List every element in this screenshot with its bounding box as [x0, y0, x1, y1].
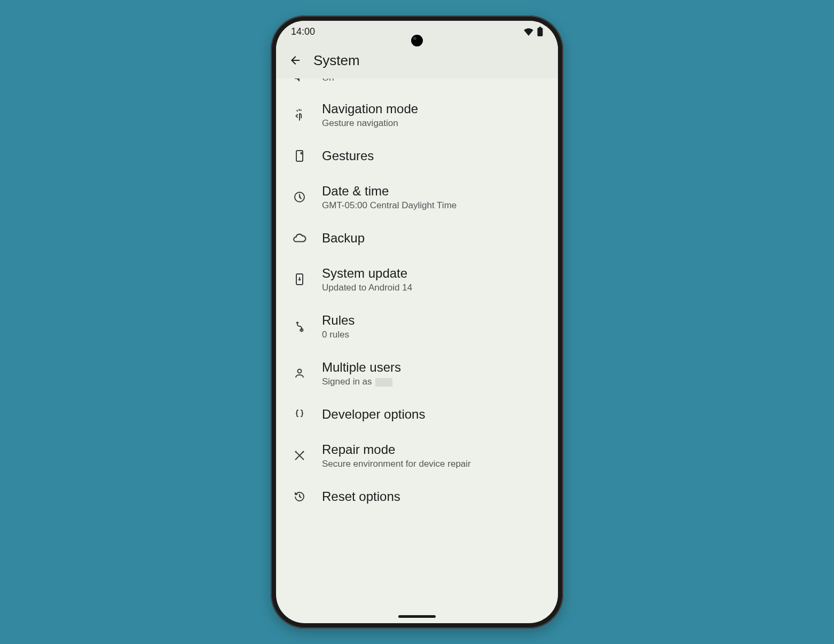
row-sub: GMT-05:00 Central Daylight Time [322, 200, 457, 211]
row-developer-options[interactable]: Developer options [276, 397, 558, 432]
history-icon [289, 490, 310, 503]
row-sub: Signed in as [322, 376, 401, 387]
row-backup[interactable]: Backup [276, 221, 558, 256]
app-bar: System [276, 42, 558, 78]
settings-list-container[interactable]: On Navigation mode Gesture navigation [276, 78, 558, 623]
phone-gesture-icon [289, 150, 310, 162]
swipe-icon [289, 108, 310, 122]
screen: 14:00 System On [276, 21, 558, 623]
braces-icon [289, 408, 310, 421]
row-sub: Updated to Android 14 [322, 282, 412, 293]
page-title: System [313, 52, 360, 69]
row-sub: Gesture navigation [322, 118, 418, 129]
gesture-nav-bar[interactable] [398, 615, 436, 618]
rules-icon [289, 320, 310, 333]
row-title: Developer options [322, 406, 425, 422]
svg-rect-0 [538, 28, 543, 36]
row-navigation-mode[interactable]: Navigation mode Gesture navigation [276, 91, 558, 138]
row-reset-options[interactable]: Reset options [276, 479, 558, 514]
row-title: Reset options [322, 489, 400, 505]
status-icons [523, 27, 543, 36]
svg-rect-1 [539, 27, 541, 28]
back-arrow-icon [289, 54, 302, 67]
settings-list: On Navigation mode Gesture navigation [276, 78, 558, 530]
row-multiple-users[interactable]: Multiple users Signed in as [276, 350, 558, 397]
redacted-username [375, 378, 392, 387]
row-sub: 0 rules [322, 329, 355, 340]
row-partial[interactable]: On [276, 78, 558, 91]
wifi-icon [523, 27, 534, 36]
row-title: Repair mode [322, 442, 471, 458]
row-partial-sub: On [322, 78, 334, 83]
back-button[interactable] [285, 50, 306, 71]
row-title: Date & time [322, 183, 457, 199]
row-title: Navigation mode [322, 101, 418, 117]
row-title: System update [322, 265, 412, 281]
row-system-update[interactable]: System update Updated to Android 14 [276, 256, 558, 303]
row-repair-mode[interactable]: Repair mode Secure environment for devic… [276, 432, 558, 479]
svg-rect-2 [296, 151, 303, 161]
signed-in-prefix: Signed in as [322, 376, 372, 387]
battery-icon [537, 27, 543, 36]
svg-point-6 [298, 370, 302, 373]
row-sub: Secure environment for device repair [322, 459, 471, 469]
system-update-icon [289, 273, 310, 286]
cloud-icon [289, 231, 310, 245]
row-gestures[interactable]: Gestures [276, 138, 558, 174]
row-title: Backup [322, 230, 365, 246]
row-rules[interactable]: Rules 0 rules [276, 303, 558, 350]
tools-icon [289, 449, 310, 462]
clock-icon [289, 191, 310, 203]
touch-sounds-icon [289, 78, 310, 84]
row-title: Gestures [322, 148, 374, 164]
row-date-time[interactable]: Date & time GMT-05:00 Central Daylight T… [276, 174, 558, 221]
person-icon [289, 367, 310, 380]
camera-punch-hole [411, 35, 423, 46]
row-title: Multiple users [322, 359, 401, 375]
status-time: 14:00 [291, 26, 315, 37]
phone-frame: 14:00 System On [271, 15, 563, 629]
row-title: Rules [322, 312, 355, 328]
